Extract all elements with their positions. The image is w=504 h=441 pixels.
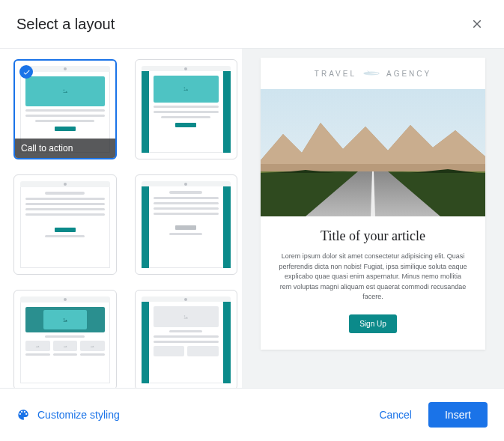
layout-thumbnail [142,181,231,268]
article-body: Lorem ipsum dolor sit amet consectetur a… [279,252,467,302]
dialog-footer: Customize styling Cancel Insert [0,389,504,441]
close-button[interactable] [467,13,488,34]
layout-card-label: Call to action [15,139,115,158]
layout-card-cta[interactable]: Call to action [13,59,117,159]
logo-text-right: AGENCY [386,70,431,78]
article-title: Title of your article [279,228,467,244]
preview-pane: TRAVEL AGENCY [242,49,504,388]
layout-card-text[interactable] [13,174,117,275]
layout-thumbnail [20,296,110,383]
layout-card-text-sidebars[interactable] [135,174,238,275]
layout-grid: Call to action [13,59,237,388]
svg-point-0 [63,90,64,91]
palette-icon [16,408,30,422]
layout-list[interactable]: Call to action [0,49,242,388]
customize-label: Customize styling [37,409,120,421]
layout-card-plain-cols-sidebars[interactable] [135,290,238,388]
selected-check-icon [19,65,33,79]
preview-document: TRAVEL AGENCY [261,58,485,350]
layout-thumbnail [142,66,231,153]
logo-text-left: TRAVEL [315,70,356,78]
signup-button: Sign Up [349,314,397,333]
plane-icon [362,68,380,79]
layout-card-hero-cols[interactable] [13,290,117,388]
preview-logo: TRAVEL AGENCY [261,58,485,89]
svg-point-1 [184,88,186,89]
footer-actions: Cancel Insert [367,402,488,428]
layout-thumbnail [20,181,110,268]
close-icon [470,17,484,31]
preview-article: Title of your article Lorem ipsum dolor … [261,216,485,350]
svg-point-3 [184,315,186,317]
layout-thumbnail [142,296,231,383]
preview-hero-image [261,89,485,216]
dialog-title: Select a layout [16,16,115,33]
layout-card-cta-sidebars[interactable] [135,59,238,159]
dialog-body: Call to action [0,48,504,389]
dialog-header: Select a layout [0,0,504,48]
svg-point-2 [64,318,65,320]
customize-styling-button[interactable]: Customize styling [16,408,120,422]
layout-dialog: Select a layout [0,0,504,441]
cancel-button[interactable]: Cancel [367,403,424,427]
insert-button[interactable]: Insert [428,402,488,428]
